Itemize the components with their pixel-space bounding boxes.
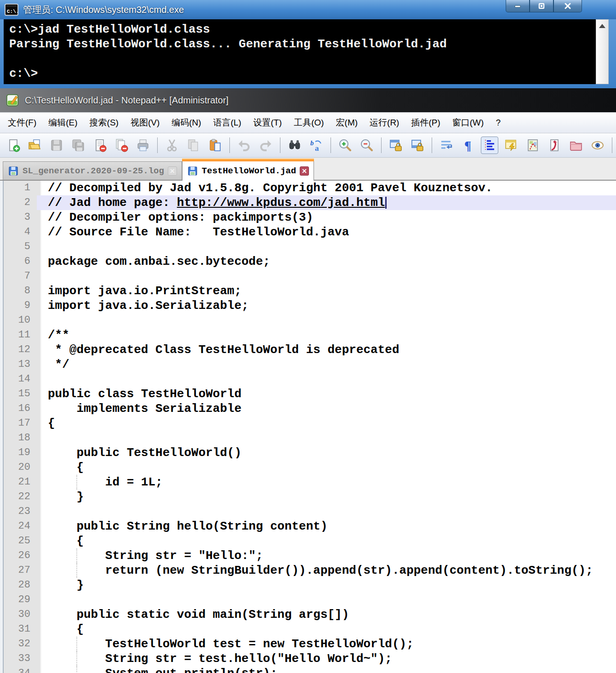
- restore-button[interactable]: [530, 0, 553, 12]
- code-line: 10: [0, 313, 616, 328]
- close-tab-icon[interactable]: ✕: [168, 166, 177, 176]
- open-file-button[interactable]: [26, 137, 44, 154]
- menu-item-encoding[interactable]: 编码(N): [165, 113, 207, 133]
- file-saved-icon: [8, 165, 19, 177]
- copy-button[interactable]: [185, 137, 202, 154]
- console-line: Parsing TestHelloWorld.class... Generati…: [9, 37, 596, 51]
- code-text[interactable]: String str = test.hello("Hello World~");: [37, 651, 616, 666]
- tab-SL_generator.2020-09-25.log[interactable]: SL_generator.2020-09-25.log✕: [3, 161, 182, 180]
- menu-item-help[interactable]: ?: [490, 113, 507, 133]
- document-map-button[interactable]: [524, 137, 542, 154]
- close-tab-icon[interactable]: ✕: [300, 166, 309, 176]
- menu-item-macro[interactable]: 宏(M): [330, 113, 364, 133]
- close-file-button[interactable]: [91, 137, 108, 154]
- menu-item-view[interactable]: 视图(V): [125, 113, 165, 133]
- code-text[interactable]: import java.io.PrintStream;: [37, 284, 616, 298]
- close-all-button[interactable]: [113, 137, 130, 154]
- code-text[interactable]: import java.io.Serializable;: [37, 298, 616, 313]
- line-number: 23: [0, 504, 37, 519]
- code-text[interactable]: {: [37, 416, 616, 431]
- code-text[interactable]: TestHelloWorld test = new TestHelloWorld…: [37, 637, 616, 651]
- code-text[interactable]: public class TestHelloWorld: [37, 387, 616, 401]
- code-text[interactable]: [37, 593, 616, 607]
- save-all-button[interactable]: [69, 137, 87, 154]
- code-text[interactable]: /**: [37, 328, 616, 342]
- redo-button[interactable]: [257, 137, 274, 154]
- code-text[interactable]: [37, 240, 616, 254]
- code-text[interactable]: */: [37, 357, 616, 372]
- menu-item-plugins[interactable]: 插件(P): [405, 113, 446, 133]
- code-text[interactable]: String str = "Hello:";: [37, 548, 616, 563]
- print-button[interactable]: [134, 137, 152, 154]
- code-text[interactable]: id = 1L;: [37, 475, 616, 490]
- code-text[interactable]: return (new StringBuilder()).append(str)…: [37, 563, 616, 578]
- npp-titlebar[interactable]: C:\TestHelloWorld.jad - Notepad++ [Admin…: [0, 88, 616, 112]
- undo-button[interactable]: [235, 137, 253, 154]
- document-switcher-button[interactable]: [546, 137, 563, 154]
- zoom-in-button[interactable]: [337, 137, 354, 154]
- code-text[interactable]: implements Serializable: [37, 401, 616, 416]
- show-all-characters-button[interactable]: ¶: [459, 137, 477, 154]
- code-text[interactable]: }: [37, 490, 616, 504]
- word-wrap-button[interactable]: [438, 137, 455, 154]
- menu-bar: 文件(F)编辑(E)搜索(S)视图(V)编码(N)语言(L)设置(T)工具(O)…: [0, 112, 616, 133]
- cut-button[interactable]: [163, 137, 181, 154]
- show-indent-guide-button[interactable]: [481, 137, 498, 154]
- code-editor[interactable]: 1// Decompiled by Jad v1.5.8g. Copyright…: [0, 181, 616, 673]
- code-text[interactable]: [37, 504, 616, 519]
- zoom-out-button[interactable]: [358, 137, 376, 154]
- code-line: 7: [0, 269, 616, 284]
- code-text[interactable]: }: [37, 578, 616, 593]
- tab-TestHelloWorld.jad[interactable]: TestHelloWorld.jad✕: [182, 159, 314, 181]
- menu-item-window[interactable]: 窗口(W): [446, 113, 490, 133]
- folder-as-workspace-button[interactable]: [567, 137, 585, 154]
- minimize-button[interactable]: [506, 0, 530, 12]
- scroll-up-icon[interactable]: [599, 24, 605, 28]
- save-button[interactable]: [48, 137, 65, 154]
- code-line: 27 return (new StringBuilder()).append(s…: [0, 563, 616, 578]
- code-text[interactable]: System.out.println(str);: [37, 666, 616, 673]
- close-file-icon: [92, 138, 107, 153]
- code-text[interactable]: [37, 313, 616, 328]
- line-number: 21: [0, 475, 37, 490]
- menu-item-search[interactable]: 搜索(S): [84, 113, 125, 133]
- cmd-scrollbar[interactable]: [596, 19, 609, 84]
- paste-button[interactable]: [206, 137, 224, 154]
- function-list-button[interactable]: [502, 137, 520, 154]
- replace-button[interactable]: ba: [308, 137, 325, 154]
- code-text[interactable]: [37, 431, 616, 445]
- sync-vertical-scroll-button[interactable]: [387, 137, 405, 154]
- cmd-console-output[interactable]: c:\>jad TestHelloWorld.classParsing Test…: [4, 19, 596, 84]
- code-text[interactable]: public TestHelloWorld(): [37, 445, 616, 460]
- svg-text:b: b: [310, 139, 314, 147]
- code-text[interactable]: // Jad home page: http://www.kpdus.com/j…: [37, 195, 616, 210]
- line-number: 18: [0, 431, 37, 445]
- cmd-titlebar[interactable]: C:\. 管理员: C:\Windows\system32\cmd.exe: [0, 0, 616, 19]
- sync-horizontal-scroll-button[interactable]: [409, 137, 426, 154]
- code-text[interactable]: package com.anbai.sec.bytecode;: [37, 254, 616, 269]
- code-text[interactable]: {: [37, 622, 616, 637]
- find-button[interactable]: [286, 137, 303, 154]
- code-text[interactable]: public String hello(String content): [37, 519, 616, 534]
- code-text[interactable]: // Decompiler options: packimports(3): [37, 210, 616, 225]
- code-text[interactable]: [37, 269, 616, 284]
- view-monitoring-button[interactable]: [589, 137, 606, 154]
- code-text[interactable]: // Source File Name: TestHelloWorld.java: [37, 225, 616, 240]
- menu-item-tools[interactable]: 工具(O): [288, 113, 330, 133]
- code-text[interactable]: {: [37, 534, 616, 548]
- menu-item-settings[interactable]: 设置(T): [247, 113, 288, 133]
- menu-item-run[interactable]: 运行(R): [364, 113, 405, 133]
- menu-item-language[interactable]: 语言(L): [207, 113, 247, 133]
- code-text[interactable]: public static void main(String args[]): [37, 607, 616, 622]
- code-line: 28 }: [0, 578, 616, 593]
- new-file-button[interactable]: [5, 137, 22, 154]
- code-text[interactable]: * @deprecated Class TestHelloWorld is de…: [37, 342, 616, 357]
- url-link[interactable]: http://www.kpdus.com/jad.html: [177, 196, 385, 210]
- code-text[interactable]: // Decompiled by Jad v1.5.8g. Copyright …: [37, 181, 616, 195]
- close-button[interactable]: [553, 0, 582, 12]
- line-number: 15: [0, 387, 37, 401]
- menu-item-file[interactable]: 文件(F): [2, 113, 42, 133]
- code-text[interactable]: {: [37, 460, 616, 475]
- menu-item-edit[interactable]: 编辑(E): [42, 113, 83, 133]
- code-text[interactable]: [37, 372, 616, 387]
